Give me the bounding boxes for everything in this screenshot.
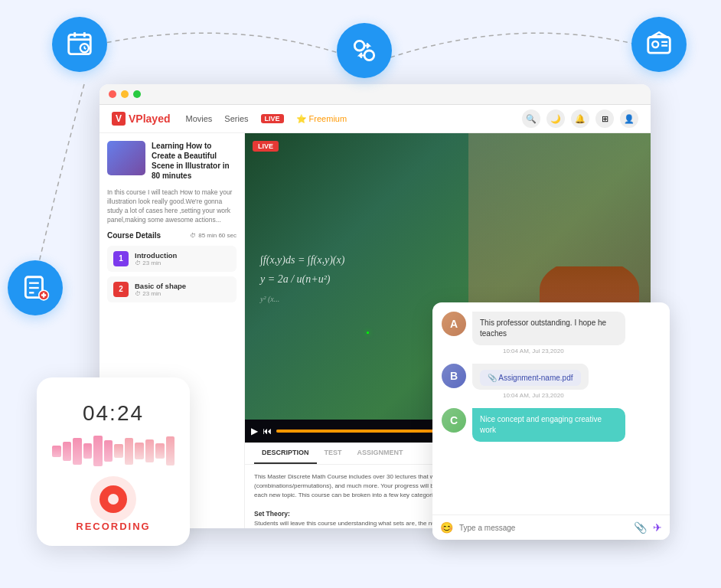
- chat-time-2: 10:04 AM, Jul 23,2020: [503, 392, 589, 399]
- wave-bar-1: [52, 446, 61, 457]
- lesson-duration-1: ⏱ 23 min: [135, 260, 230, 266]
- browser-chrome: [100, 84, 651, 105]
- nav-series[interactable]: Series: [224, 114, 248, 123]
- logo-v: V: [112, 112, 126, 126]
- wave-bar-7: [114, 444, 123, 458]
- course-duration: ⏱ 85 min 60 sec: [190, 232, 237, 239]
- wave-bar-5: [93, 436, 103, 466]
- chat-bubble-3: Nice concept and engaging creative work: [472, 408, 625, 442]
- chrome-minimize-dot[interactable]: [121, 90, 129, 98]
- wave-bar-4: [83, 443, 93, 459]
- chat-message-1: A This professor outstanding. I hope he …: [442, 312, 661, 354]
- chat-avatar-1: A: [442, 312, 466, 336]
- chat-messages: A This professor outstanding. I hope he …: [432, 302, 670, 514]
- notes-icon: [8, 260, 63, 315]
- lesson-item-1[interactable]: 1 Introduction ⏱ 23 min: [107, 246, 237, 272]
- bell-icon[interactable]: 🔔: [571, 109, 589, 128]
- recording-time: 04:24: [83, 401, 144, 426]
- previous-button[interactable]: ⏮: [263, 426, 272, 436]
- lesson-duration-2: ⏱ 23 min: [135, 290, 230, 297]
- chat-bubble-1: This professor outstanding. I hope he te…: [472, 312, 625, 345]
- chat-text-3: Nice concept and engaging creative work: [480, 414, 618, 436]
- lesson-number-2: 2: [113, 282, 129, 297]
- lesson-name-2: Basic of shape: [135, 282, 230, 290]
- chat-input[interactable]: [459, 524, 628, 532]
- lesson-item-2[interactable]: 2 Basic of shape ⏱ 23 min: [107, 276, 237, 302]
- chat-bubble-2: 📎 Assignment-name.pdf: [472, 364, 589, 390]
- wave-bar-12: [166, 436, 175, 466]
- send-icon[interactable]: ✈: [653, 521, 662, 534]
- equation-1: ∫f(x,y)ds = ∫f(x,y)(x): [260, 250, 468, 270]
- wave-bar-9: [135, 443, 144, 459]
- course-description: In this course I will teach How to make …: [107, 188, 237, 225]
- lesson-info-1: Introduction ⏱ 23 min: [135, 251, 230, 266]
- course-thumbnail-area: Learning How to Create a Beautiful Scene…: [107, 141, 237, 181]
- chat-input-row[interactable]: 😊 📎 ✈: [432, 514, 670, 540]
- wave-bar-11: [155, 443, 165, 459]
- course-details-label: Course Details: [107, 231, 161, 240]
- chat-text-1: This professor outstanding. I hope he te…: [480, 318, 618, 339]
- chat-message-2: B 📎 Assignment-name.pdf 10:04 AM, Jul 23…: [442, 364, 661, 399]
- transfer-icon: [337, 23, 392, 78]
- tab-test[interactable]: TEST: [317, 443, 350, 464]
- search-icon[interactable]: 🔍: [522, 109, 540, 128]
- nav-links: Movies Series LIVE ⭐ Freemium: [186, 114, 507, 124]
- attachment-icon[interactable]: 📎: [634, 521, 647, 534]
- wave-bar-8: [125, 438, 134, 465]
- course-thumbnail: [107, 141, 145, 175]
- wave-bar-2: [63, 442, 72, 461]
- chrome-maximize-dot[interactable]: [133, 90, 141, 98]
- chat-time-1: 10:04 AM, Jul 23,2020: [503, 348, 625, 354]
- wave-bar-3: [73, 438, 82, 465]
- emoji-icon[interactable]: 😊: [440, 521, 453, 534]
- navbar: V VPlayed Movies Series LIVE ⭐ Freemium …: [100, 105, 651, 133]
- lesson-number-1: 1: [113, 251, 129, 266]
- wave-bar-6: [104, 440, 113, 462]
- waveform: [52, 432, 175, 470]
- logo-text: VPlayed: [129, 113, 170, 125]
- nav-freemium[interactable]: ⭐ Freemium: [296, 114, 347, 124]
- play-button[interactable]: ▶: [251, 426, 258, 436]
- avatar-icon[interactable]: 👤: [620, 109, 638, 128]
- nav-icons: 🔍 🌙 🔔 ⊞ 👤: [522, 109, 638, 128]
- recording-widget: 04:24 RECORDING: [37, 377, 190, 546]
- theme-icon[interactable]: 🌙: [546, 109, 565, 128]
- progress-fill: [276, 430, 455, 433]
- chrome-close-dot[interactable]: [109, 90, 116, 98]
- chat-avatar-2: B: [442, 364, 466, 388]
- lesson-info-2: Basic of shape ⏱ 23 min: [135, 282, 230, 297]
- live-badge: LIVE: [253, 141, 279, 152]
- equation-2: y = 2a / u(n+u²): [260, 270, 468, 289]
- logo: V VPlayed: [112, 112, 171, 126]
- tab-description[interactable]: DESCRIPTION: [254, 443, 317, 464]
- nav-live-badge[interactable]: LIVE: [261, 114, 284, 123]
- svg-point-5: [354, 41, 364, 51]
- chat-message-3: C Nice concept and engaging creative wor…: [442, 408, 661, 442]
- tab-assignment[interactable]: ASSIGNMENT: [350, 443, 411, 464]
- grid-icon[interactable]: ⊞: [595, 109, 614, 128]
- svg-point-8: [652, 41, 658, 47]
- course-title: Learning How to Create a Beautiful Scene…: [152, 141, 237, 181]
- chat-avatar-3: C: [442, 408, 466, 433]
- lesson-name-1: Introduction: [135, 251, 230, 260]
- chat-panel: A This professor outstanding. I hope he …: [432, 302, 670, 540]
- recording-label: RECORDING: [76, 521, 150, 532]
- course-details-row: Course Details ⏱ 85 min 60 sec: [107, 231, 237, 240]
- education-icon: [631, 17, 687, 72]
- nav-movies[interactable]: Movies: [186, 114, 213, 123]
- svg-marker-11: [653, 32, 665, 36]
- wave-bar-10: [145, 439, 155, 462]
- schedule-icon: [52, 17, 107, 72]
- attachment-badge[interactable]: 📎 Assignment-name.pdf: [480, 370, 581, 386]
- svg-point-6: [364, 51, 374, 60]
